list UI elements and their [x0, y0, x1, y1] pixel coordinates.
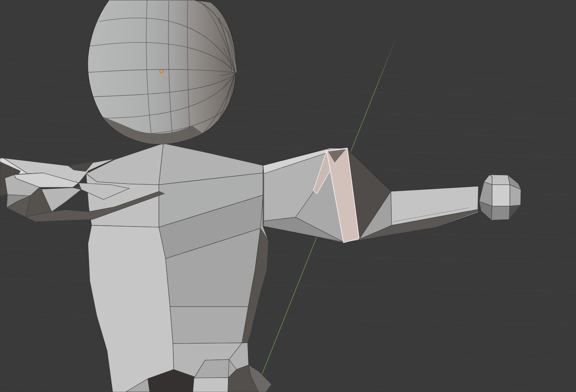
object-origin-dot [160, 70, 163, 73]
fist-bottom-mid[interactable] [491, 206, 510, 220]
right-leg-inner-lower[interactable] [193, 378, 228, 392]
torso-face-lower[interactable] [170, 307, 248, 344]
fist-top-mid[interactable] [490, 175, 510, 185]
fist-mid-center[interactable] [492, 185, 510, 206]
viewport-3d[interactable] [0, 0, 576, 392]
blender-window [0, 0, 576, 392]
